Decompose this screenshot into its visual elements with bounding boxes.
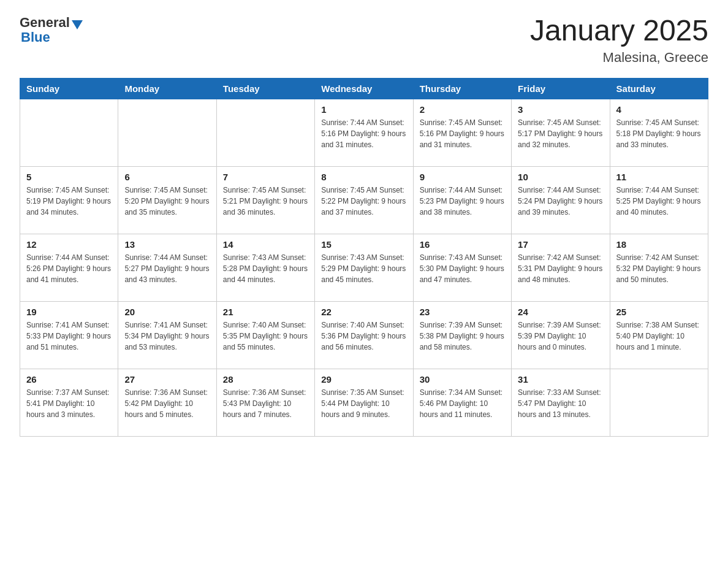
day-number: 1 — [321, 104, 406, 115]
day-number: 22 — [321, 307, 406, 317]
day-info: Sunrise: 7:36 AM Sunset: 5:43 PM Dayligh… — [223, 387, 308, 420]
logo-general: General — [20, 15, 70, 31]
day-info: Sunrise: 7:44 AM Sunset: 5:26 PM Dayligh… — [26, 252, 112, 285]
cell-w1-d1 — [20, 99, 118, 166]
day-number: 27 — [124, 374, 210, 385]
header-friday: Friday — [512, 78, 610, 99]
day-number: 5 — [26, 172, 112, 182]
cell-w4-d3: 21Sunrise: 7:40 AM Sunset: 5:35 PM Dayli… — [216, 301, 314, 369]
day-info: Sunrise: 7:44 AM Sunset: 5:23 PM Dayligh… — [420, 185, 505, 218]
day-info: Sunrise: 7:44 AM Sunset: 5:16 PM Dayligh… — [321, 117, 406, 150]
cell-w3-d6: 17Sunrise: 7:42 AM Sunset: 5:31 PM Dayli… — [512, 234, 610, 301]
cell-w4-d2: 20Sunrise: 7:41 AM Sunset: 5:34 PM Dayli… — [118, 301, 216, 369]
cell-w5-d5: 30Sunrise: 7:34 AM Sunset: 5:46 PM Dayli… — [413, 369, 511, 436]
cell-w4-d6: 24Sunrise: 7:39 AM Sunset: 5:39 PM Dayli… — [512, 301, 610, 369]
day-number: 7 — [223, 172, 308, 182]
header-tuesday: Tuesday — [216, 78, 314, 99]
title-block: January 2025 Malesina, Greece — [530, 15, 708, 66]
day-number: 6 — [124, 172, 210, 182]
day-number: 18 — [616, 239, 702, 250]
logo: General Blue — [20, 15, 83, 45]
cell-w4-d5: 23Sunrise: 7:39 AM Sunset: 5:38 PM Dayli… — [413, 301, 511, 369]
cell-w4-d7: 25Sunrise: 7:38 AM Sunset: 5:40 PM Dayli… — [610, 301, 708, 369]
cell-w3-d7: 18Sunrise: 7:42 AM Sunset: 5:32 PM Dayli… — [610, 234, 708, 301]
day-number: 19 — [26, 307, 112, 317]
cell-w1-d5: 2Sunrise: 7:45 AM Sunset: 5:16 PM Daylig… — [413, 99, 511, 166]
day-info: Sunrise: 7:45 AM Sunset: 5:19 PM Dayligh… — [26, 185, 112, 218]
day-info: Sunrise: 7:45 AM Sunset: 5:20 PM Dayligh… — [124, 185, 210, 218]
cell-w3-d2: 13Sunrise: 7:44 AM Sunset: 5:27 PM Dayli… — [118, 234, 216, 301]
day-info: Sunrise: 7:37 AM Sunset: 5:41 PM Dayligh… — [26, 387, 112, 420]
day-info: Sunrise: 7:42 AM Sunset: 5:32 PM Dayligh… — [616, 252, 702, 285]
calendar-title: January 2025 — [530, 15, 708, 47]
day-number: 10 — [518, 172, 603, 182]
day-number: 2 — [420, 104, 505, 115]
day-number: 8 — [321, 172, 406, 182]
day-info: Sunrise: 7:39 AM Sunset: 5:39 PM Dayligh… — [518, 320, 603, 353]
day-number: 13 — [124, 239, 210, 250]
day-info: Sunrise: 7:44 AM Sunset: 5:27 PM Dayligh… — [124, 252, 210, 285]
cell-w1-d6: 3Sunrise: 7:45 AM Sunset: 5:17 PM Daylig… — [512, 99, 610, 166]
cell-w2-d2: 6Sunrise: 7:45 AM Sunset: 5:20 PM Daylig… — [118, 166, 216, 234]
header-thursday: Thursday — [413, 78, 511, 99]
cell-w4-d1: 19Sunrise: 7:41 AM Sunset: 5:33 PM Dayli… — [20, 301, 118, 369]
day-info: Sunrise: 7:39 AM Sunset: 5:38 PM Dayligh… — [420, 320, 505, 353]
cell-w1-d4: 1Sunrise: 7:44 AM Sunset: 5:16 PM Daylig… — [315, 99, 413, 166]
cell-w4-d4: 22Sunrise: 7:40 AM Sunset: 5:36 PM Dayli… — [315, 301, 413, 369]
cell-w2-d7: 11Sunrise: 7:44 AM Sunset: 5:25 PM Dayli… — [610, 166, 708, 234]
day-number: 17 — [518, 239, 603, 250]
day-number: 20 — [124, 307, 210, 317]
cell-w5-d6: 31Sunrise: 7:33 AM Sunset: 5:47 PM Dayli… — [512, 369, 610, 436]
day-number: 31 — [518, 374, 603, 385]
cell-w1-d3 — [216, 99, 314, 166]
cell-w3-d1: 12Sunrise: 7:44 AM Sunset: 5:26 PM Dayli… — [20, 234, 118, 301]
week-row-3: 12Sunrise: 7:44 AM Sunset: 5:26 PM Dayli… — [20, 234, 708, 301]
cell-w1-d7: 4Sunrise: 7:45 AM Sunset: 5:18 PM Daylig… — [610, 99, 708, 166]
day-info: Sunrise: 7:44 AM Sunset: 5:24 PM Dayligh… — [518, 185, 603, 218]
day-info: Sunrise: 7:42 AM Sunset: 5:31 PM Dayligh… — [518, 252, 603, 285]
day-info: Sunrise: 7:43 AM Sunset: 5:30 PM Dayligh… — [420, 252, 505, 285]
cell-w3-d3: 14Sunrise: 7:43 AM Sunset: 5:28 PM Dayli… — [216, 234, 314, 301]
day-info: Sunrise: 7:33 AM Sunset: 5:47 PM Dayligh… — [518, 387, 603, 420]
day-info: Sunrise: 7:38 AM Sunset: 5:40 PM Dayligh… — [616, 320, 702, 353]
week-row-1: 1Sunrise: 7:44 AM Sunset: 5:16 PM Daylig… — [20, 99, 708, 166]
day-info: Sunrise: 7:40 AM Sunset: 5:36 PM Dayligh… — [321, 320, 406, 353]
day-number: 12 — [26, 239, 112, 250]
header-sunday: Sunday — [20, 78, 118, 99]
day-info: Sunrise: 7:40 AM Sunset: 5:35 PM Dayligh… — [223, 320, 308, 353]
day-info: Sunrise: 7:35 AM Sunset: 5:44 PM Dayligh… — [321, 387, 406, 420]
cell-w5-d7 — [610, 369, 708, 436]
day-info: Sunrise: 7:45 AM Sunset: 5:22 PM Dayligh… — [321, 185, 406, 218]
calendar-table: SundayMondayTuesdayWednesdayThursdayFrid… — [20, 78, 708, 437]
cell-w5-d4: 29Sunrise: 7:35 AM Sunset: 5:44 PM Dayli… — [315, 369, 413, 436]
header-row: SundayMondayTuesdayWednesdayThursdayFrid… — [20, 78, 708, 99]
cell-w3-d5: 16Sunrise: 7:43 AM Sunset: 5:30 PM Dayli… — [413, 234, 511, 301]
day-info: Sunrise: 7:41 AM Sunset: 5:33 PM Dayligh… — [26, 320, 112, 353]
day-number: 24 — [518, 307, 603, 317]
day-number: 4 — [616, 104, 702, 115]
day-number: 14 — [223, 239, 308, 250]
cell-w3-d4: 15Sunrise: 7:43 AM Sunset: 5:29 PM Dayli… — [315, 234, 413, 301]
day-number: 23 — [420, 307, 505, 317]
day-number: 16 — [420, 239, 505, 250]
header-monday: Monday — [118, 78, 216, 99]
cell-w5-d3: 28Sunrise: 7:36 AM Sunset: 5:43 PM Dayli… — [216, 369, 314, 436]
day-number: 25 — [616, 307, 702, 317]
day-info: Sunrise: 7:34 AM Sunset: 5:46 PM Dayligh… — [420, 387, 505, 420]
day-info: Sunrise: 7:43 AM Sunset: 5:29 PM Dayligh… — [321, 252, 406, 285]
page-header: General Blue January 2025 Malesina, Gree… — [20, 15, 708, 66]
week-row-5: 26Sunrise: 7:37 AM Sunset: 5:41 PM Dayli… — [20, 369, 708, 436]
day-number: 30 — [420, 374, 505, 385]
day-number: 28 — [223, 374, 308, 385]
day-info: Sunrise: 7:45 AM Sunset: 5:17 PM Dayligh… — [518, 117, 603, 150]
day-number: 21 — [223, 307, 308, 317]
cell-w2-d6: 10Sunrise: 7:44 AM Sunset: 5:24 PM Dayli… — [512, 166, 610, 234]
header-wednesday: Wednesday — [315, 78, 413, 99]
cell-w1-d2 — [118, 99, 216, 166]
day-info: Sunrise: 7:43 AM Sunset: 5:28 PM Dayligh… — [223, 252, 308, 285]
day-number: 9 — [420, 172, 505, 182]
day-number: 3 — [518, 104, 603, 115]
day-number: 11 — [616, 172, 702, 182]
cell-w2-d1: 5Sunrise: 7:45 AM Sunset: 5:19 PM Daylig… — [20, 166, 118, 234]
day-info: Sunrise: 7:36 AM Sunset: 5:42 PM Dayligh… — [124, 387, 210, 420]
